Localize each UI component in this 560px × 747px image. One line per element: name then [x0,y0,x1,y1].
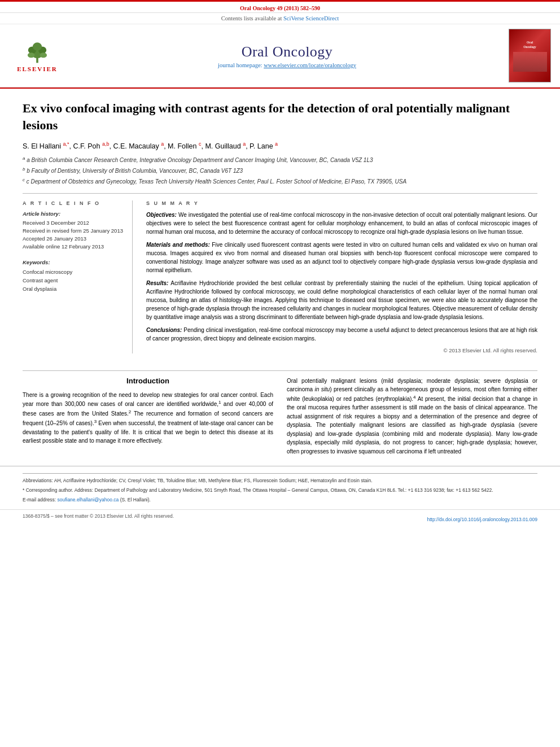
journal-ref-text: Oral Oncology 49 (2013) 582–590 [240,5,320,11]
summary-results: Results: Acriflavine Hydrochloride provi… [146,279,537,321]
materials-label: Materials and methods: [146,242,210,248]
objectives-text: We investigated the potential use of rea… [146,212,537,235]
keyword-3: Oral dysplasia [23,285,123,293]
body-right-col: Oral potentially malignant lesions (mild… [287,377,537,461]
journal-cover-image: OralOncology [509,29,551,82]
intro-para-2: Oral potentially malignant lesions (mild… [287,377,537,456]
email-link[interactable]: soufiane.elhallani@yahoo.ca [57,497,119,503]
journal-center: Oral Oncology journal homepage: www.else… [65,43,509,68]
summary-materials: Materials and methods: Five clinically u… [146,241,537,274]
corresponding-note: * Corresponding author. Address: Departm… [23,487,537,494]
affiliation-b: b b Faculty of Dentistry, University of … [23,166,537,175]
keyword-1: Confocal microscopy [23,268,123,276]
summary-col: S U M M A R Y Objectives: We investigate… [146,200,537,353]
sciverse-label: Contents lists available at [221,15,283,21]
history-received: Received 3 December 2012 [23,219,123,227]
email-suffix: (S. El Hallani). [120,497,151,503]
bottom-bar: 1368-8375/$ – see front matter © 2013 El… [0,509,560,527]
article-title: Ex vivo confocal imaging with contrast a… [23,100,537,133]
cover-title: OralOncology [522,40,537,50]
sciverse-bar: Contents lists available at SciVerse Sci… [0,13,560,24]
results-label: Results: [146,280,168,286]
history-accepted: Accepted 26 January 2013 [23,235,123,243]
svg-point-5 [28,53,35,58]
article-content: Ex vivo confocal imaging with contrast a… [0,89,560,365]
footnote-divider [23,473,537,474]
intro-heading: Introduction [23,377,273,385]
doi-link-container: http://dx.doi.org/10.1016/j.oraloncology… [427,513,538,523]
divider-1 [23,193,537,194]
keyword-2: Contrast agent [23,276,123,285]
article-history-label: Article history: [23,211,123,217]
history-revised: Received in revised form 25 January 2013 [23,227,123,235]
article-info-col: A R T I C L E I N F O Article history: R… [23,200,133,353]
elsevier-tree-icon [20,39,54,64]
body-left-col: Introduction There is a growing recognit… [23,377,273,461]
sciverse-link[interactable]: SciVerse ScienceDirect [283,15,339,21]
elsevier-label: ELSEVIER [17,65,58,72]
intro-para-1: There is a growing recognition of the ne… [23,391,273,445]
issn-text: 1368-8375/$ – see front matter © 2013 El… [23,513,174,523]
conclusions-text: Pending clinical investigation, real-tim… [146,327,537,342]
article-info-heading: A R T I C L E I N F O [23,200,123,206]
journal-homepage-label: journal homepage: [218,62,264,68]
authors-line: S. El Hallani a,*, C.F. Poh a,b, C.E. Ma… [23,141,537,150]
objectives-label: Objectives: [146,212,177,218]
info-summary-cols: A R T I C L E I N F O Article history: R… [23,200,537,353]
divider-2 [23,370,537,371]
journal-ref-bar: Oral Oncology 49 (2013) 582–590 [0,2,560,13]
journal-homepage: journal homepage: www.elsevier.com/locat… [65,62,509,68]
footnotes-section: Abbreviations: AH, Acriflavine Hydrochlo… [0,466,560,503]
journal-homepage-link[interactable]: www.elsevier.com/locate/oraloncology [264,62,356,68]
summary-conclusions: Conclusions: Pending clinical investigat… [146,326,537,343]
body-content: Introduction There is a growing recognit… [0,377,560,461]
results-text: Acriflavine Hydrochloride provided the b… [146,280,537,320]
conclusions-label: Conclusions: [146,327,182,333]
affiliation-c: c c Department of Obstetrics and Gynecol… [23,177,537,186]
email-note: E-mail address: soufiane.elhallani@yahoo… [23,496,537,504]
affiliation-a: a a British Columbia Cancer Research Cen… [23,155,537,164]
svg-point-4 [33,42,42,50]
summary-heading: S U M M A R Y [146,200,537,206]
copyright-line: © 2013 Elsevier Ltd. All rights reserved… [146,347,537,353]
email-label: E-mail address: [23,497,57,503]
page: Oral Oncology 49 (2013) 582–590 Contents… [0,0,560,747]
elsevier-logo: ELSEVIER [9,39,65,72]
journal-header: Oral Oncology 49 (2013) 582–590 Contents… [0,2,560,89]
summary-objectives: Objectives: We investigated the potentia… [146,211,537,236]
doi-link[interactable]: http://dx.doi.org/10.1016/j.oraloncology… [427,517,538,522]
journal-title: Oral Oncology [65,43,509,60]
abbreviations-note: Abbreviations: AH, Acriflavine Hydrochlo… [23,477,537,484]
header-main: ELSEVIER Oral Oncology journal homepage:… [0,24,560,88]
keywords-label: Keywords: [23,259,123,265]
history-available: Available online 12 February 2013 [23,243,123,251]
svg-point-6 [40,53,47,58]
